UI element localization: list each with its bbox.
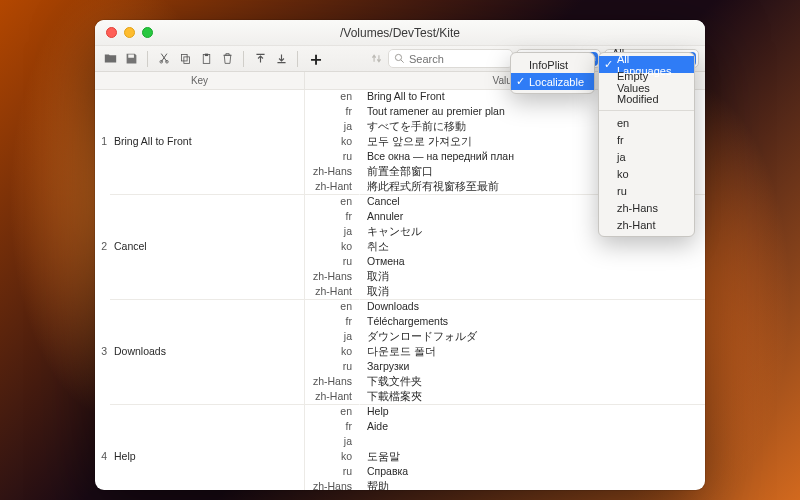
table-row[interactable]: ruОтмена	[95, 255, 705, 270]
row-index	[95, 120, 110, 135]
table-row[interactable]: enHelp	[95, 405, 705, 420]
paste-button[interactable]	[197, 50, 215, 68]
row-key	[110, 285, 305, 300]
table-row[interactable]: enDownloads	[95, 300, 705, 315]
row-index	[95, 300, 110, 315]
table-row[interactable]: zh-Hans帮助	[95, 480, 705, 490]
localizable-menu: InfoPlist✓Localizable	[510, 52, 595, 94]
row-value[interactable]: 다운로드 폴더	[360, 345, 705, 360]
table-row[interactable]: ja	[95, 435, 705, 450]
row-key	[110, 90, 305, 105]
row-lang: en	[305, 300, 360, 315]
table-row[interactable]: jaダウンロードフォルダ	[95, 330, 705, 345]
separator	[297, 51, 298, 67]
row-index: 1	[95, 135, 110, 150]
row-value[interactable]: ダウンロードフォルダ	[360, 330, 705, 345]
move-top-button[interactable]	[251, 50, 269, 68]
table-row[interactable]: ruСправка	[95, 465, 705, 480]
row-value[interactable]: 帮助	[360, 480, 705, 490]
row-index	[95, 165, 110, 180]
row-value[interactable]: Отмена	[360, 255, 705, 270]
row-lang: zh-Hans	[305, 375, 360, 390]
row-value[interactable]: 下載檔案夾	[360, 390, 705, 405]
zoom-window-button[interactable]	[142, 27, 153, 38]
row-value[interactable]: 下载文件夹	[360, 375, 705, 390]
table-row[interactable]: 4Helpko도움말	[95, 450, 705, 465]
row-index	[95, 150, 110, 165]
row-lang: ko	[305, 450, 360, 465]
row-value[interactable]: Справка	[360, 465, 705, 480]
menu-item[interactable]: InfoPlist	[511, 56, 594, 73]
row-lang: en	[305, 90, 360, 105]
menu-item[interactable]: en	[599, 114, 694, 131]
row-key	[110, 375, 305, 390]
row-index: 2	[95, 240, 110, 255]
row-value[interactable]: Help	[360, 405, 705, 420]
row-lang: fr	[305, 420, 360, 435]
menu-item[interactable]: zh-Hans	[599, 199, 694, 216]
menu-separator	[599, 110, 694, 111]
row-index	[95, 465, 110, 480]
menu-item[interactable]: ru	[599, 182, 694, 199]
row-value[interactable]: Aide	[360, 420, 705, 435]
delete-button[interactable]	[218, 50, 236, 68]
row-value[interactable]: Загрузки	[360, 360, 705, 375]
sort-button[interactable]	[367, 50, 385, 68]
row-index	[95, 435, 110, 450]
cut-button[interactable]	[155, 50, 173, 68]
row-key: Help	[110, 450, 305, 465]
row-lang: ru	[305, 360, 360, 375]
table-row[interactable]: 3Downloadsko다운로드 폴더	[95, 345, 705, 360]
row-lang: ko	[305, 240, 360, 255]
row-lang: zh-Hans	[305, 270, 360, 285]
menu-item[interactable]: ✓Localizable	[511, 73, 594, 90]
table-row[interactable]: zh-Hans取消	[95, 270, 705, 285]
row-value[interactable]	[360, 435, 705, 450]
column-header-key[interactable]: Key	[95, 72, 305, 89]
row-key	[110, 180, 305, 195]
row-key	[110, 195, 305, 210]
row-key	[110, 420, 305, 435]
row-key: Downloads	[110, 345, 305, 360]
minimize-window-button[interactable]	[124, 27, 135, 38]
row-value[interactable]: 取消	[360, 270, 705, 285]
search-input[interactable]	[409, 53, 499, 65]
copy-button[interactable]	[176, 50, 194, 68]
menu-item[interactable]: fr	[599, 131, 694, 148]
table-row[interactable]: ruЗагрузки	[95, 360, 705, 375]
menu-item[interactable]: zh-Hant	[599, 216, 694, 233]
table-row[interactable]: 2Cancelko취소	[95, 240, 705, 255]
open-folder-button[interactable]	[101, 50, 119, 68]
row-lang: ru	[305, 150, 360, 165]
row-index	[95, 285, 110, 300]
add-button[interactable]: ＋	[305, 47, 327, 71]
close-window-button[interactable]	[106, 27, 117, 38]
svg-point-6	[395, 54, 401, 60]
table-row[interactable]: zh-Hans下载文件夹	[95, 375, 705, 390]
move-bottom-button[interactable]	[272, 50, 290, 68]
row-key	[110, 270, 305, 285]
save-button[interactable]	[122, 50, 140, 68]
row-lang: ja	[305, 435, 360, 450]
table-row[interactable]: frAide	[95, 420, 705, 435]
row-lang: ja	[305, 330, 360, 345]
menu-item[interactable]: Empty Values	[599, 73, 694, 90]
row-index	[95, 180, 110, 195]
table-row[interactable]: zh-Hant取消	[95, 285, 705, 300]
row-value[interactable]: 取消	[360, 285, 705, 300]
row-lang: fr	[305, 210, 360, 225]
table-row[interactable]: zh-Hant下載檔案夾	[95, 390, 705, 405]
search-field[interactable]	[388, 49, 513, 68]
menu-item[interactable]: Modified	[599, 90, 694, 107]
row-value[interactable]: Téléchargements	[360, 315, 705, 330]
row-value[interactable]: 취소	[360, 240, 705, 255]
row-value[interactable]: Downloads	[360, 300, 705, 315]
svg-rect-5	[204, 54, 207, 56]
menu-item[interactable]: ko	[599, 165, 694, 182]
row-index	[95, 360, 110, 375]
row-lang: zh-Hans	[305, 165, 360, 180]
menu-item[interactable]: ja	[599, 148, 694, 165]
row-value[interactable]: 도움말	[360, 450, 705, 465]
table-row[interactable]: frTéléchargements	[95, 315, 705, 330]
row-lang: zh-Hans	[305, 480, 360, 490]
